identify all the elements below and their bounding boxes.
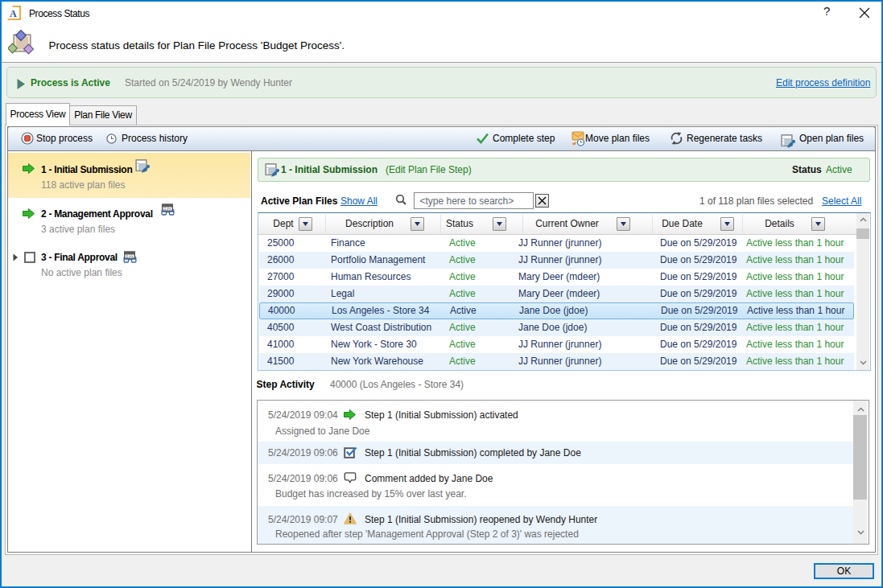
svg-text:A: A	[10, 8, 17, 19]
